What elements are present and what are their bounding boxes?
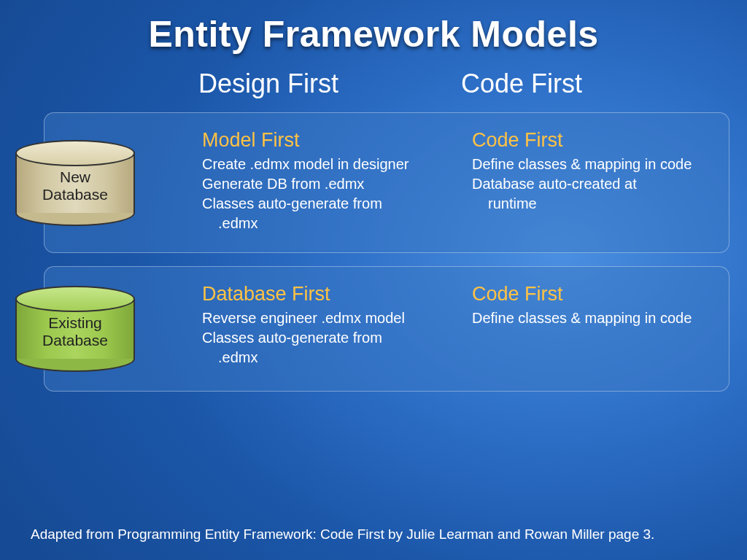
column-headers: Design First Code First xyxy=(0,69,747,99)
approach-title-left: Model First xyxy=(202,129,457,152)
approach-panel: NewDatabaseModel FirstCreate .edmx model… xyxy=(44,112,729,253)
cylinder-label: NewDatabase xyxy=(15,168,135,203)
cylinder-label: ExistingDatabase xyxy=(15,314,135,349)
col-header-code-first: Code First xyxy=(461,69,582,99)
approach-panel: ExistingDatabaseDatabase FirstReverse en… xyxy=(44,266,729,392)
footnote: Adapted from Programming Entity Framewor… xyxy=(31,526,654,542)
approach-desc-right: Define classes & mapping in codeDatabase… xyxy=(472,155,711,214)
approach-title-right: Code First xyxy=(472,129,711,152)
approach-desc-right: Define classes & mapping in code xyxy=(472,308,711,328)
approach-desc-left: Reverse engineer .edmx modelClasses auto… xyxy=(202,308,457,368)
col-header-design-first: Design First xyxy=(198,69,461,99)
database-cylinder-icon: ExistingDatabase xyxy=(15,286,135,372)
approach-desc-left: Create .edmx model in designerGenerate D… xyxy=(202,155,457,233)
approach-title-right: Code First xyxy=(472,283,711,306)
database-cylinder-icon: NewDatabase xyxy=(15,140,135,226)
approach-title-left: Database First xyxy=(202,283,457,306)
slide-title: Entity Framework Models xyxy=(0,0,747,55)
